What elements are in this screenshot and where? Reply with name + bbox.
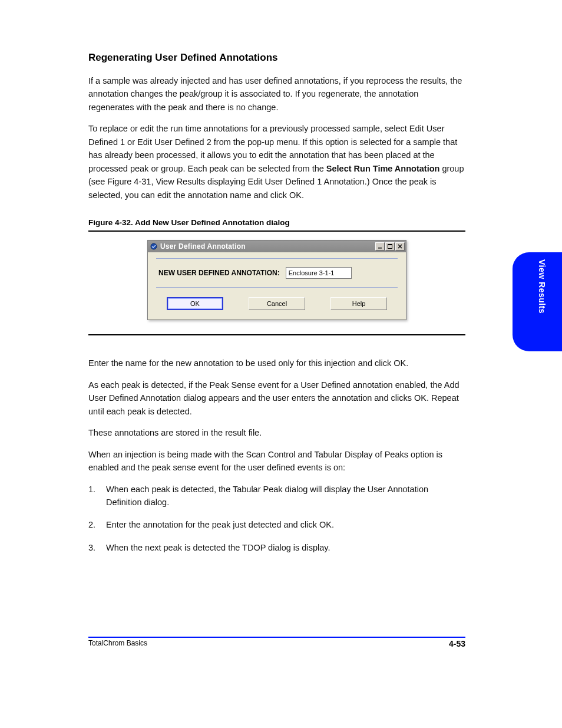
cancel-button[interactable]: Cancel xyxy=(249,297,305,310)
svg-point-0 xyxy=(151,243,157,249)
app-icon xyxy=(150,242,158,251)
maximize-button[interactable] xyxy=(385,242,395,251)
replace-paragraph: To replace or edit the run time annotati… xyxy=(88,122,465,202)
step-list: 1. When each peak is detected, the Tabul… xyxy=(88,483,465,555)
ok-button[interactable]: OK xyxy=(167,297,223,310)
prompt-label: NEW USER DEFINED ANNOTATION: xyxy=(158,269,280,277)
prompt-row: NEW USER DEFINED ANNOTATION: xyxy=(156,258,398,288)
dialog-screenshot: User Defined Annotation xyxy=(147,238,406,325)
replace-text-bold: Select Run Time Annotation xyxy=(326,164,440,173)
after-para-1: As each peak is detected, if the Peak Se… xyxy=(88,378,465,418)
step-number: 3. xyxy=(88,541,106,554)
dialog-titlebar: User Defined Annotation xyxy=(148,241,406,252)
step-item: 3. When the next peak is detected the TD… xyxy=(88,541,465,554)
side-tab: View Results xyxy=(513,252,562,351)
step-number: 1. xyxy=(88,483,106,509)
help-button[interactable]: Help xyxy=(330,297,387,310)
step-text: Enter the annotation for the peak just d… xyxy=(106,518,465,531)
intro-paragraph: If a sample was already injected and has… xyxy=(88,74,465,114)
figure-caption: Figure 4-32. Add New User Defined Annota… xyxy=(88,218,465,227)
dialog-window: User Defined Annotation xyxy=(147,240,406,320)
after-para-0: Enter the name for the new annotation to… xyxy=(88,357,465,370)
step-item: 2. Enter the annotation for the peak jus… xyxy=(88,518,465,531)
side-tab-label: View Results xyxy=(537,259,547,314)
step-text: When the next peak is detected the TDOP … xyxy=(106,541,465,554)
figure-rule-top xyxy=(88,230,465,232)
footer-left: TotalChrom Basics xyxy=(88,639,147,647)
close-button[interactable] xyxy=(395,242,405,251)
svg-rect-3 xyxy=(388,245,392,246)
footer-page-number: 4-53 xyxy=(449,639,465,648)
footer-rule xyxy=(88,637,465,638)
step-text: When each peak is detected, the Tabular … xyxy=(106,483,465,509)
dialog-title: User Defined Annotation xyxy=(160,242,375,251)
svg-rect-1 xyxy=(378,248,382,249)
section-heading: Regenerating User Defined Annotations xyxy=(88,52,465,64)
step-item: 1. When each peak is detected, the Tabul… xyxy=(88,483,465,509)
after-para-2: These annotations are stored in the resu… xyxy=(88,426,465,439)
minimize-button[interactable] xyxy=(375,242,385,251)
annotation-input[interactable] xyxy=(286,267,352,279)
after-para-3: When an injection is being made with the… xyxy=(88,448,465,475)
figure-rule-bottom xyxy=(88,334,465,335)
step-number: 2. xyxy=(88,518,106,531)
